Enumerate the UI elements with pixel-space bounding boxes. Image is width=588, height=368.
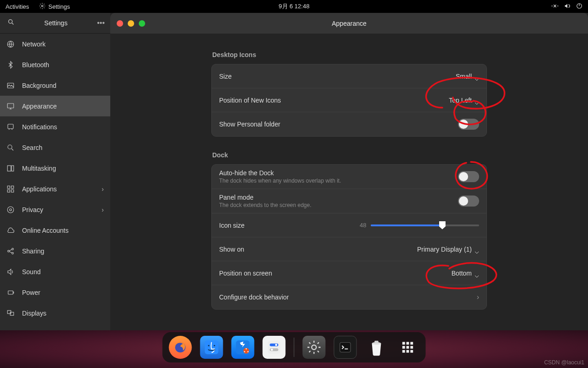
sidebar-item-multitasking[interactable]: Multitasking bbox=[0, 158, 110, 178]
window-minimize-button[interactable] bbox=[128, 20, 134, 27]
svg-rect-31 bbox=[268, 341, 281, 354]
sidebar-item-network[interactable]: Network bbox=[0, 34, 110, 54]
row-position-on-screen[interactable]: Position on screen Bottom bbox=[212, 261, 486, 285]
page-title: Appearance bbox=[332, 20, 367, 27]
cloud-icon bbox=[6, 226, 15, 235]
position-new-icons-dropdown[interactable]: Top Left bbox=[449, 97, 479, 104]
background-icon bbox=[6, 81, 15, 90]
dock-show-apps-icon[interactable] bbox=[396, 336, 419, 359]
chevron-down-icon bbox=[475, 272, 479, 275]
svg-rect-12 bbox=[7, 190, 10, 192]
svg-point-14 bbox=[7, 207, 14, 213]
appearance-icon bbox=[6, 102, 15, 110]
svg-point-25 bbox=[214, 345, 215, 346]
chevron-right-icon: › bbox=[102, 185, 104, 193]
applications-icon bbox=[6, 185, 15, 193]
dock-finder-icon[interactable] bbox=[200, 336, 223, 359]
sidebar-item-appearance[interactable]: Appearance bbox=[0, 96, 110, 116]
svg-rect-19 bbox=[8, 291, 13, 294]
sidebar-item-privacy[interactable]: Privacy › bbox=[0, 199, 110, 220]
svg-rect-44 bbox=[407, 346, 409, 349]
show-personal-folder-toggle[interactable] bbox=[458, 119, 479, 130]
svg-point-7 bbox=[8, 145, 12, 149]
bluetooth-icon bbox=[6, 61, 15, 69]
chevron-down-icon bbox=[475, 75, 479, 78]
sidebar-item-sound[interactable]: Sound bbox=[0, 261, 110, 282]
row-show-on[interactable]: Show on Primary Display (1) bbox=[212, 237, 486, 261]
sound-icon bbox=[6, 268, 15, 276]
sidebar-item-power[interactable]: Power bbox=[0, 282, 110, 303]
sidebar-item-applications[interactable]: Applications › bbox=[0, 178, 110, 199]
svg-point-28 bbox=[246, 348, 247, 350]
dock-terminal-icon[interactable] bbox=[334, 336, 357, 359]
svg-rect-11 bbox=[11, 186, 14, 188]
svg-rect-9 bbox=[11, 166, 14, 171]
svg-point-16 bbox=[8, 250, 10, 252]
panel-mode-toggle[interactable] bbox=[458, 196, 479, 207]
svg-rect-5 bbox=[7, 104, 14, 108]
svg-rect-47 bbox=[407, 350, 409, 353]
sidebar-item-notifications[interactable]: Notifications bbox=[0, 116, 110, 137]
content-header: Appearance bbox=[110, 13, 588, 34]
power-indicator-icon[interactable] bbox=[576, 3, 582, 11]
svg-rect-48 bbox=[410, 350, 413, 353]
icon-size-slider[interactable]: 48 bbox=[360, 222, 479, 229]
autohide-dock-toggle[interactable] bbox=[458, 171, 479, 182]
svg-rect-42 bbox=[410, 342, 413, 345]
window-maximize-button[interactable] bbox=[139, 20, 145, 27]
power-icon bbox=[6, 288, 15, 297]
row-panel-mode: Panel mode The dock extends to the scree… bbox=[212, 189, 486, 213]
multitasking-icon bbox=[6, 164, 15, 172]
chevron-down-icon bbox=[475, 248, 479, 251]
svg-point-35 bbox=[271, 349, 273, 351]
volume-indicator-icon[interactable] bbox=[564, 3, 571, 11]
svg-rect-37 bbox=[340, 343, 351, 352]
chevron-right-icon: › bbox=[102, 206, 104, 213]
section-heading-dock: Dock bbox=[212, 151, 487, 159]
row-configure-dock-behavior[interactable]: Configure dock behavior › bbox=[212, 285, 486, 309]
hamburger-icon[interactable]: ••• bbox=[97, 19, 105, 27]
size-dropdown[interactable]: Small bbox=[456, 73, 479, 80]
sidebar-item-sharing[interactable]: Sharing bbox=[0, 241, 110, 261]
dock-panel: Auto-hide the Dock The dock hides when a… bbox=[211, 164, 487, 310]
sidebar-header: Settings ••• bbox=[0, 13, 110, 34]
sidebar-item-bluetooth[interactable]: Bluetooth bbox=[0, 54, 110, 75]
show-on-dropdown[interactable]: Primary Display (1) bbox=[417, 246, 479, 253]
svg-point-17 bbox=[12, 248, 14, 250]
network-indicator-icon[interactable] bbox=[551, 3, 559, 10]
sidebar-item-online-accounts[interactable]: Online Accounts bbox=[0, 220, 110, 241]
dock-settings-icon[interactable] bbox=[303, 336, 326, 359]
chevron-right-icon: › bbox=[477, 293, 479, 301]
desktop-dock-area: CSDN @laocui1 bbox=[0, 330, 588, 368]
svg-rect-46 bbox=[402, 350, 405, 353]
svg-rect-13 bbox=[11, 190, 14, 192]
row-size[interactable]: Size Small bbox=[212, 64, 486, 88]
notifications-icon bbox=[6, 123, 15, 131]
position-on-screen-dropdown[interactable]: Bottom bbox=[452, 270, 479, 277]
search-icon[interactable] bbox=[7, 18, 15, 28]
watermark: CSDN @laocui1 bbox=[544, 359, 584, 366]
row-position-new-icons[interactable]: Position of New Icons Top Left bbox=[212, 88, 486, 112]
gear-icon bbox=[39, 3, 45, 11]
activities-button[interactable]: Activities bbox=[6, 3, 29, 10]
privacy-icon bbox=[6, 206, 15, 214]
gnome-topbar: Activities Settings 9月 6 12:48 bbox=[0, 0, 588, 13]
svg-rect-45 bbox=[410, 346, 413, 349]
settings-content: Appearance Desktop Icons Size Small Posi… bbox=[110, 13, 588, 330]
dock-software-icon[interactable] bbox=[232, 336, 254, 359]
dock-firefox-icon[interactable] bbox=[169, 336, 192, 359]
dock-trash-icon[interactable] bbox=[365, 336, 388, 359]
svg-rect-40 bbox=[402, 342, 405, 345]
svg-point-36 bbox=[312, 345, 317, 350]
svg-rect-39 bbox=[374, 341, 379, 343]
sidebar-item-background[interactable]: Background bbox=[0, 75, 110, 96]
current-app-indicator[interactable]: Settings bbox=[39, 3, 70, 11]
window-close-button[interactable] bbox=[117, 20, 123, 27]
row-autohide-dock: Auto-hide the Dock The dock hides when a… bbox=[212, 165, 486, 189]
svg-point-33 bbox=[275, 344, 277, 346]
sidebar-item-displays[interactable]: Displays bbox=[0, 303, 110, 323]
clock[interactable]: 9月 6 12:48 bbox=[278, 2, 309, 11]
sidebar-item-search[interactable]: Search bbox=[0, 137, 110, 158]
sidebar-title: Settings bbox=[15, 19, 97, 27]
dock-control-center-icon[interactable] bbox=[263, 336, 286, 359]
